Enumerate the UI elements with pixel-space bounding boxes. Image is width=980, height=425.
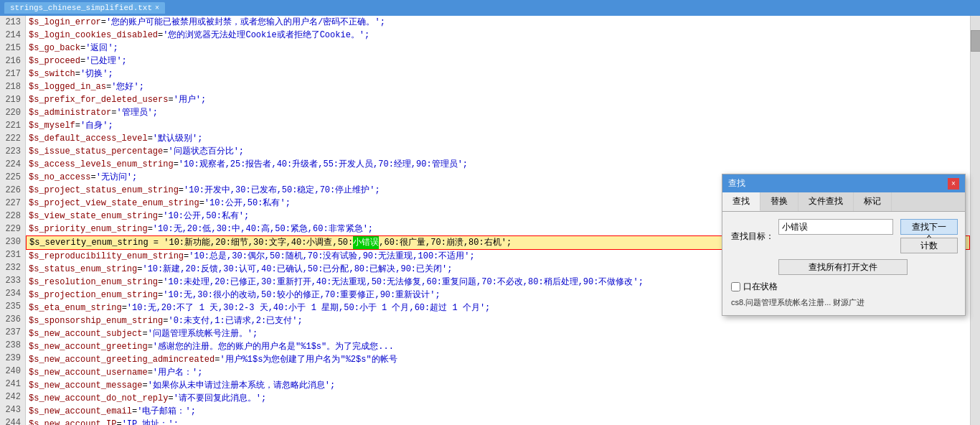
find-tab-replace[interactable]: 替换 [760, 192, 798, 211]
table-row: $s_logged_in_as = '您好'; [26, 80, 970, 93]
table-row: $s_new_account_IP = 'IP 地址：'; [26, 418, 970, 425]
table-row: $s_login_cookies_disabled = '您的浏览器无法处理Co… [26, 29, 970, 42]
table-row: $s_go_back = '返回'; [26, 42, 970, 55]
find-dialog: 查找 × 查找 替换 文件查找 标记 查找目标： 查找下一个 计数 [722, 174, 966, 316]
find-all-row: 查找所有打开文件 [731, 259, 956, 275]
table-row: $s_sponsorship_enum_string = '0:未支付,1:已请… [26, 314, 970, 327]
find-tabs: 查找 替换 文件查找 标记 [722, 192, 965, 212]
find-body: 查找目标： 查找下一个 计数 查找所有打开文件 口在状格 [722, 212, 965, 315]
table-row: $s_switch = '切换'; [26, 67, 970, 80]
find-next-button[interactable]: 查找下一个 [900, 219, 958, 235]
line-numbers: 2132142152162172182192202212222232242252… [0, 16, 26, 425]
find-all-button[interactable]: 查找所有打开文件 [778, 259, 908, 275]
find-checkbox-row: 口在状格 [731, 281, 956, 293]
table-row: $s_new_account_subject = '问题管理系统帐号注册。'; [26, 327, 970, 340]
title-bar: strings_chinese_simplified.txt × [0, 0, 980, 16]
title-tab[interactable]: strings_chinese_simplified.txt × [4, 2, 165, 14]
find-checkbox[interactable] [731, 282, 740, 291]
find-checkbox-label: 口在状格 [743, 281, 778, 293]
find-dialog-titlebar: 查找 × [722, 174, 965, 192]
find-bottom-text: cs8.问题管理系统帐名注册... 财源广进 [731, 297, 956, 308]
tab-close-button[interactable]: × [155, 4, 159, 12]
table-row: $s_login_error = '您的账户可能已被禁用或被封禁，或者您输入的用… [26, 16, 970, 29]
editor-container: 2132142152162172182192202212222232242252… [0, 16, 980, 425]
table-row: $s_administrator = '管理员'; [26, 106, 970, 119]
table-row: $s_proceed = '已处理'; [26, 55, 970, 67]
find-count-button[interactable]: 计数 [900, 238, 958, 253]
table-row: $s_issue_status_percentage = '问题状态百分比'; [26, 145, 970, 158]
find-tab-search[interactable]: 查找 [722, 192, 760, 211]
table-row: $s_default_access_level = '默认级别'; [26, 132, 970, 145]
table-row: $s_new_account_username = '用户名：'; [26, 366, 970, 379]
table-row: $s_new_account_greeting = '感谢您的注册。您的账户的用… [26, 340, 970, 353]
scroll-indicator[interactable] [970, 16, 980, 425]
table-row: $s_new_account_message = '如果你从未申请过注册本系统，… [26, 379, 970, 392]
find-search-label: 查找目标： [731, 230, 774, 243]
find-search-input[interactable] [778, 219, 893, 235]
table-row: $s_new_account_greeting_admincreated = '… [26, 353, 970, 366]
find-tab-file[interactable]: 文件查找 [798, 192, 854, 211]
find-actions: 查找下一个 计数 [900, 219, 958, 253]
table-row: $s_access_levels_enum_string = '10:观察者,2… [26, 158, 970, 171]
table-row: $s_new_account_do_not_reply = '请不要回复此消息。… [26, 392, 970, 405]
find-tab-mark[interactable]: 标记 [854, 192, 892, 211]
find-dialog-title: 查找 [728, 177, 745, 190]
tab-filename: strings_chinese_simplified.txt [10, 4, 152, 12]
table-row: $s_new_account_email = '电子邮箱：'; [26, 405, 970, 418]
table-row: $s_prefix_for_deleted_users = '用户'; [26, 93, 970, 106]
find-search-row: 查找目标： 查找下一个 计数 [731, 219, 956, 253]
find-dialog-close-button[interactable]: × [948, 178, 959, 190]
scroll-thumb[interactable] [971, 30, 980, 52]
table-row: $s_myself = '自身'; [26, 119, 970, 132]
